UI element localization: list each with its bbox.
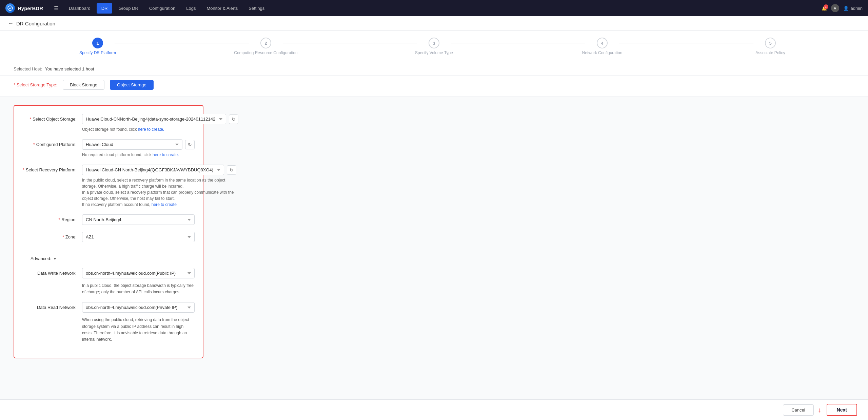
page-header: ← DR Configuration: [0, 16, 868, 31]
logo-icon: [5, 3, 15, 13]
user-name: admin: [851, 6, 863, 11]
back-button[interactable]: ←: [8, 20, 14, 26]
step-4-circle: 4: [597, 38, 608, 48]
configured-platform-group: Huawei Cloud ↻ No required cloud platfor…: [82, 139, 195, 158]
nav-monitor-alerts[interactable]: Monitor & Alerts: [202, 3, 242, 14]
user-menu[interactable]: 👤 admin: [843, 6, 863, 11]
nav-dr[interactable]: DR: [97, 3, 113, 14]
region-select[interactable]: CN North-Beijing4: [82, 214, 195, 225]
nav-settings[interactable]: Settings: [244, 3, 269, 14]
configured-platform-select[interactable]: Huawei Cloud: [82, 139, 182, 150]
step-2-circle: 2: [260, 38, 271, 48]
object-storage-field-row: HuaweiCloud-CNNorth-Beijing4(data-sync-s…: [82, 114, 238, 124]
data-write-network-group: obs.cn-north-4.myhuaweicloud.com(Public …: [82, 268, 195, 295]
data-read-network-field-row: obs.cn-north-4.myhuaweicloud.com(Private…: [82, 302, 195, 313]
recovery-platform-row: Select Recovery Platform: Huawei Cloud-C…: [22, 165, 195, 208]
next-arrow-indicator: ↓: [818, 406, 821, 414]
object-storage-create-link[interactable]: here to create.: [138, 127, 164, 132]
top-navigation: HyperBDR ☰ Dashboard DR Group DR Configu…: [0, 0, 868, 16]
recovery-platform-refresh[interactable]: ↻: [227, 165, 236, 175]
configured-platform-label: Configured Platform:: [22, 139, 77, 147]
step-2: 2 Computing Resource Configuration: [182, 38, 350, 55]
notification-count: 1: [824, 4, 828, 9]
region-row: Region: CN North-Beijing4: [22, 214, 195, 225]
object-storage-group: HuaweiCloud-CNNorth-Beijing4(data-sync-s…: [82, 114, 238, 132]
step-5: 5 Associate Policy: [686, 38, 854, 55]
step-4: 4 Network Configuration: [518, 38, 686, 55]
object-storage-select[interactable]: HuaweiCloud-CNNorth-Beijing4(data-sync-s…: [82, 114, 226, 124]
configured-platform-create-link[interactable]: here to create.: [153, 152, 179, 157]
app-logo: HyperBDR: [5, 3, 43, 13]
page-title: DR Configuration: [16, 21, 55, 26]
data-write-network-label: Data Write Network:: [22, 268, 77, 276]
step-3-label: Specify Volume Type: [415, 50, 453, 55]
nav-logs[interactable]: Logs: [181, 3, 200, 14]
data-write-network-select[interactable]: obs.cn-north-4.myhuaweicloud.com(Public …: [82, 268, 195, 278]
zone-row: Zone: AZ1: [22, 232, 195, 242]
user-avatar: A: [831, 4, 839, 12]
hamburger-menu[interactable]: ☰: [51, 2, 61, 14]
zone-field-row: AZ1: [82, 232, 195, 242]
step-5-circle: 5: [765, 38, 776, 48]
advanced-chevron-icon: ▾: [54, 256, 56, 261]
next-button[interactable]: Next: [827, 404, 857, 416]
storage-type-label: Select Storage Type:: [14, 82, 57, 87]
step-4-label: Network Configuration: [582, 50, 623, 55]
advanced-label: Advanced:: [31, 256, 51, 261]
host-info-bar: Selected Host: You have selected 1 host: [0, 62, 868, 76]
data-write-network-hint: In a public cloud, the object storage ba…: [82, 282, 195, 295]
nav-group-dr[interactable]: Group DR: [114, 3, 143, 14]
recovery-platform-field-row: Huawei Cloud-CN North-Beijing4(QGGF3BKJA…: [82, 165, 236, 175]
zone-group: AZ1: [82, 232, 195, 242]
step-1-label: Specify DR Platform: [79, 50, 116, 55]
advanced-toggle[interactable]: Advanced: ▾: [22, 256, 195, 261]
notification-bell[interactable]: 🔔 1: [822, 6, 827, 11]
main-content: Select Object Storage: HuaweiCloud-CNNor…: [0, 97, 868, 420]
recovery-platform-create-link[interactable]: here to create.: [152, 202, 178, 207]
data-read-network-hint: When using the public cloud, retrieving …: [82, 317, 195, 343]
nav-configuration[interactable]: Configuration: [144, 3, 180, 14]
nav-dashboard[interactable]: Dashboard: [64, 3, 95, 14]
cancel-button[interactable]: Cancel: [783, 404, 813, 416]
recovery-platform-hint: In the public cloud, select a recovery p…: [82, 177, 236, 208]
recovery-platform-group: Huawei Cloud-CN North-Beijing4(QGGF3BKJA…: [82, 165, 236, 208]
configured-platform-refresh[interactable]: ↻: [185, 140, 195, 149]
zone-label: Zone:: [22, 232, 77, 239]
data-read-network-label: Data Read Network:: [22, 302, 77, 310]
nav-right: 🔔 1 A 👤 admin: [822, 4, 863, 12]
recovery-platform-label: Select Recovery Platform:: [22, 165, 77, 172]
block-storage-button[interactable]: Block Storage: [63, 80, 104, 90]
step-1-circle: 1: [92, 38, 103, 48]
step-1: 1 Specify DR Platform: [14, 38, 182, 55]
section-divider: [22, 249, 195, 249]
bottom-action-bar: Cancel ↓ Next: [0, 399, 868, 420]
zone-select[interactable]: AZ1: [82, 232, 195, 242]
step-2-label: Computing Resource Configuration: [234, 50, 297, 55]
step-3: 3 Specify Volume Type: [350, 38, 518, 55]
svg-point-0: [8, 6, 13, 10]
object-storage-refresh[interactable]: ↻: [229, 114, 238, 124]
step-5-label: Associate Policy: [755, 50, 785, 55]
app-name: HyperBDR: [18, 5, 43, 11]
configured-platform-hint: No required cloud platform found, click …: [82, 152, 195, 158]
data-read-network-select[interactable]: obs.cn-north-4.myhuaweicloud.com(Private…: [82, 302, 195, 313]
data-read-network-group: obs.cn-north-4.myhuaweicloud.com(Private…: [82, 302, 195, 343]
data-write-network-row: Data Write Network: obs.cn-north-4.myhua…: [22, 268, 195, 295]
object-storage-label: Select Object Storage:: [22, 114, 77, 122]
host-info-value: You have selected 1 host: [45, 66, 94, 71]
object-storage-row: Select Object Storage: HuaweiCloud-CNNor…: [22, 114, 195, 132]
step-3-circle: 3: [429, 38, 439, 48]
region-label: Region:: [22, 214, 77, 222]
data-write-network-field-row: obs.cn-north-4.myhuaweicloud.com(Public …: [82, 268, 195, 278]
region-field-row: CN North-Beijing4: [82, 214, 195, 225]
host-info-label: Selected Host:: [14, 66, 42, 71]
region-group: CN North-Beijing4: [82, 214, 195, 225]
user-icon: 👤: [843, 6, 849, 11]
object-storage-hint: Object storage not found, click here to …: [82, 126, 238, 132]
nav-menu: Dashboard DR Group DR Configuration Logs…: [64, 3, 819, 14]
form-card: Select Object Storage: HuaweiCloud-CNNor…: [14, 105, 203, 358]
recovery-platform-select[interactable]: Huawei Cloud-CN North-Beijing4(QGGF3BKJA…: [82, 165, 224, 175]
storage-type-row: Select Storage Type: Block Storage Objec…: [0, 76, 868, 97]
object-storage-button[interactable]: Object Storage: [110, 80, 154, 90]
stepper: 1 Specify DR Platform 2 Computing Resour…: [0, 31, 868, 62]
